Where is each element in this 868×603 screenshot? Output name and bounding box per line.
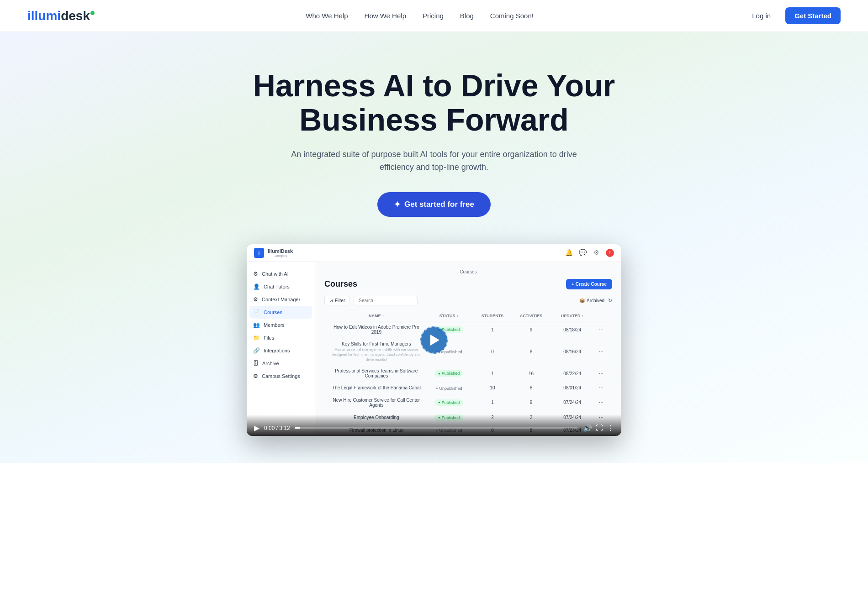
sidebar-item-tutors[interactable]: 👤 Chat Tutors — [247, 280, 315, 293]
table-row: New Hire Customer Service for Call Cente… — [324, 394, 612, 411]
course-name: New Hire Customer Service for Call Cente… — [328, 398, 425, 408]
hero-title: Harness AI to Drive Your Business Forwar… — [228, 68, 640, 137]
app-header-left: i IllumiDesk Campus ⋯ — [254, 248, 303, 258]
nav-how-we-help[interactable]: How We Help — [358, 8, 413, 23]
app-menu-icon: ⋯ — [298, 251, 303, 256]
app-brand-name: IllumiDesk — [268, 248, 293, 254]
table-row: The Legal Framework of the Panama Canal … — [324, 382, 612, 394]
progress-fill — [295, 427, 300, 429]
app-mockup: i IllumiDesk Campus ⋯ 🔔 💬 ⚙ 1 — [247, 244, 621, 436]
archive-icon: 🗄 — [253, 360, 259, 367]
video-inner: i IllumiDesk Campus ⋯ 🔔 💬 ⚙ 1 — [247, 244, 621, 436]
col-updated: UPDATED ↕ — [550, 314, 594, 318]
col-name: NAME ↕ — [328, 314, 425, 318]
course-name: Key Skills for First Time Managers Maste… — [328, 341, 425, 362]
toolbar-right: 📦 Archived ↻ — [579, 298, 612, 304]
logo-dot — [90, 11, 95, 15]
get-started-button[interactable]: Get Started — [785, 7, 841, 24]
col-activities: ACTIVITIES — [512, 314, 550, 318]
campus-settings-icon: ⚙ — [253, 373, 258, 379]
progress-bar[interactable] — [295, 427, 578, 429]
settings-icon: ⚙ — [592, 249, 600, 257]
nav-links: Who We Help How We Help Pricing Blog Com… — [299, 12, 540, 20]
nav-coming-soon[interactable]: Coming Soon! — [484, 8, 540, 23]
integrations-icon: 🔗 — [253, 347, 260, 354]
video-controls: ▶ 0:00 / 3:12 🔊 ⛶ ⋮ — [247, 414, 621, 436]
filter-icon: ⊿ — [329, 298, 333, 303]
hero-subtitle: An integrated suite of purpose built AI … — [274, 148, 594, 174]
col-actions — [594, 314, 609, 318]
refresh-icon[interactable]: ↻ — [608, 298, 612, 304]
sidebar-item-context[interactable]: ⚙ Context Manager — [247, 293, 315, 306]
tutors-icon: 👤 — [253, 283, 260, 290]
notification-badge: 1 — [606, 249, 614, 257]
create-course-button[interactable]: + Create Course — [566, 279, 612, 289]
table-header: NAME ↕ STATUS ↕ STUDENTS ACTIVITIES UPDA… — [324, 311, 612, 321]
nav-blog[interactable]: Blog — [454, 8, 480, 23]
sidebar-item-files[interactable]: 📁 Files — [247, 331, 315, 344]
comment-icon: 💬 — [578, 249, 587, 257]
play-button[interactable] — [420, 326, 448, 354]
course-name: Professional Services Teams in Software … — [328, 368, 425, 378]
filter-button[interactable]: ⊿ Filter — [324, 296, 350, 305]
app-logo: i — [254, 248, 264, 258]
table-row: Professional Services Teams in Software … — [324, 365, 612, 382]
nav-who-we-help[interactable]: Who We Help — [299, 8, 354, 23]
video-demo: i IllumiDesk Campus ⋯ 🔔 💬 ⚙ 1 — [247, 244, 621, 436]
content-header: Courses + Create Course — [324, 279, 612, 289]
sidebar-item-chat-ai[interactable]: ⚙ Chat with AI — [247, 267, 315, 280]
nav-pricing[interactable]: Pricing — [416, 8, 450, 23]
files-icon: 📁 — [253, 335, 260, 341]
course-name: The Legal Framework of the Panama Canal — [328, 385, 425, 390]
fullscreen-button[interactable]: ⛶ — [596, 424, 603, 432]
app-header: i IllumiDesk Campus ⋯ 🔔 💬 ⚙ 1 — [247, 244, 621, 262]
app-brand-sub: Campus — [268, 254, 293, 258]
chat-ai-icon: ⚙ — [253, 271, 258, 277]
logo[interactable]: illumidesk — [27, 9, 95, 23]
sidebar-item-settings[interactable]: ⚙ Campus Settings — [247, 370, 315, 383]
col-students: STUDENTS — [473, 314, 512, 318]
courses-icon: 📄 — [253, 309, 260, 315]
sidebar-item-courses[interactable]: 📄 Courses — [249, 306, 312, 319]
breadcrumb: Courses — [324, 269, 612, 274]
play-triangle-icon — [430, 335, 439, 346]
logo-desk: desk — [61, 9, 90, 23]
page-title: Courses — [324, 279, 357, 289]
play-pause-button[interactable]: ▶ — [254, 424, 259, 432]
sidebar: ⚙ Chat with AI 👤 Chat Tutors ⚙ Context M… — [247, 262, 315, 435]
bell-icon: 🔔 — [565, 249, 573, 257]
hero-section: Harness AI to Drive Your Business Forwar… — [0, 32, 868, 463]
more-options-button[interactable]: ⋮ — [607, 424, 614, 432]
main-content: Courses Courses + Create Course ⊿ Filter — [315, 262, 621, 435]
course-name: How to Edit Videos in Adobe Premiere Pro… — [328, 325, 425, 335]
sidebar-item-integrations[interactable]: 🔗 Integrations — [247, 344, 315, 357]
col-status: STATUS ↕ — [425, 314, 473, 318]
search-input[interactable] — [354, 296, 418, 305]
app-header-icons: 🔔 💬 ⚙ 1 — [565, 249, 614, 257]
toolbar: ⊿ Filter 📦 Archived ↻ — [324, 296, 612, 305]
time-display: 0:00 / 3:12 — [264, 425, 290, 431]
login-button[interactable]: Log in — [745, 8, 778, 23]
sidebar-item-archive[interactable]: 🗄 Archive — [247, 357, 315, 370]
hero-cta-button[interactable]: ✦ Get started for free — [377, 192, 491, 217]
logo-illumi: illumi — [27, 9, 61, 23]
table-row: How to Edit Videos in Adobe Premiere Pro… — [324, 321, 612, 338]
archived-button[interactable]: 📦 Archived — [579, 298, 604, 303]
members-icon: 👥 — [253, 322, 260, 328]
context-icon: ⚙ — [253, 296, 258, 303]
table-row: Key Skills for First Time Managers Maste… — [324, 338, 612, 365]
archive-icon: 📦 — [579, 298, 585, 303]
sidebar-item-members[interactable]: 👥 Members — [247, 319, 315, 331]
volume-button[interactable]: 🔊 — [583, 424, 592, 432]
sparkle-icon: ✦ — [394, 199, 401, 210]
nav-right: Log in Get Started — [745, 7, 841, 24]
navbar: illumidesk Who We Help How We Help Prici… — [0, 0, 868, 32]
ctrl-right: 🔊 ⛶ ⋮ — [583, 424, 614, 432]
